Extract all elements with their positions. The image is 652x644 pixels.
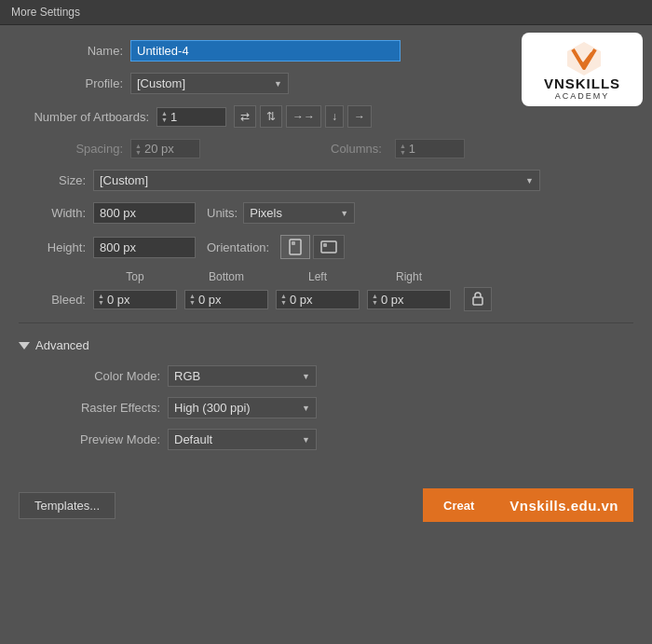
orientation-label: Orientation: (207, 240, 275, 254)
vnskills-banner: Vnskills.edu.vn (495, 488, 633, 522)
advanced-triangle-icon (19, 342, 30, 349)
templates-button[interactable]: Templates... (19, 492, 115, 519)
lock-icon (471, 291, 484, 306)
bleed-left-spin: ▲ ▼ 0 px (276, 290, 360, 309)
artboard-icons: ⇄ ⇅ →→ ↓ → (234, 105, 372, 128)
width-input[interactable] (93, 202, 196, 224)
spacing-value: 20 px (144, 142, 196, 156)
bleed-top-spin: ▲ ▼ 0 px (93, 290, 177, 309)
bleed-top-value: 0 px (107, 293, 172, 307)
name-input[interactable] (130, 40, 401, 62)
bleed-top-header: Top (93, 270, 177, 283)
size-row: Size: [Custom] (19, 170, 633, 191)
landscape-icon (320, 240, 337, 254)
color-mode-label: Color Mode: (19, 369, 168, 383)
size-label: Size: (19, 173, 93, 187)
bleed-bottom-header: Bottom (184, 270, 268, 283)
units-select-wrap: Pixels Inches Millimeters (243, 202, 355, 224)
bleed-inputs: ▲ ▼ 0 px ▲ ▼ 0 px ▲ ▼ (93, 287, 492, 311)
color-mode-row: Color Mode: RGB CMYK Grayscale (19, 365, 633, 387)
name-label: Name: (19, 44, 130, 58)
profile-select-wrap: [Custom] (130, 73, 289, 94)
title-bar: More Settings (0, 0, 652, 25)
columns-value: 1 (409, 142, 460, 156)
columns-label: Columns: (331, 142, 389, 156)
svg-rect-1 (290, 240, 301, 254)
logo-area: VNSKILLS ACADEMY (522, 33, 643, 106)
raster-effects-row: Raster Effects: High (300 ppi) Medium (1… (19, 397, 633, 418)
bleed-left-header: Left (276, 270, 360, 283)
logo-subtitle: ACADEMY (535, 91, 630, 101)
bleed-right-header: Right (367, 270, 451, 283)
artboards-arrows[interactable]: ▲ ▼ (161, 110, 168, 123)
landscape-button[interactable] (313, 235, 345, 259)
title-bar-label: More Settings (11, 6, 80, 19)
logo-icon (565, 40, 599, 74)
height-label: Height: (19, 240, 93, 254)
svg-marker-0 (567, 42, 601, 75)
bleed-bottom-down[interactable]: ▼ (189, 299, 196, 306)
bleed-label: Bleed: (19, 293, 93, 307)
bleed-top-up[interactable]: ▲ (98, 293, 104, 299)
preview-mode-row: Preview Mode: Default Pixel Overprint (19, 429, 633, 450)
bleed-right-down[interactable]: ▼ (372, 299, 378, 306)
bleed-lock-button[interactable] (464, 287, 492, 311)
spacing-up-arrow: ▲ (135, 143, 142, 149)
units-select[interactable]: Pixels Inches Millimeters (243, 202, 355, 224)
portrait-icon (288, 239, 303, 255)
artboards-row: Number of Artboards: ▲ ▼ 1 ⇄ ⇅ →→ ↓ → (19, 105, 633, 128)
rearrange2-button[interactable]: ⇅ (260, 105, 282, 128)
color-mode-select-wrap: RGB CMYK Grayscale (168, 365, 317, 387)
bleed-top-down[interactable]: ▼ (98, 299, 104, 306)
bleed-right-spin: ▲ ▼ 0 px (367, 290, 451, 309)
raster-select-wrap: High (300 ppi) Medium (150 ppi) Low (72 … (168, 397, 317, 418)
raster-effects-label: Raster Effects: (19, 401, 168, 415)
arrow-down-button[interactable]: ↓ (325, 105, 344, 128)
height-input[interactable] (93, 237, 196, 258)
bleed-right-value: 0 px (381, 293, 446, 307)
bleed-left-down[interactable]: ▼ (280, 299, 287, 306)
advanced-toggle[interactable]: Advanced (19, 335, 633, 356)
artboards-spin: ▲ ▼ 1 (156, 107, 226, 127)
divider (19, 322, 633, 323)
bleed-right-up[interactable]: ▲ (372, 293, 378, 299)
artboards-value: 1 (170, 110, 222, 124)
artboards-up-arrow[interactable]: ▲ (161, 110, 168, 116)
logo-title: VNSKILLS (535, 75, 630, 91)
svg-rect-5 (473, 297, 482, 305)
profile-select[interactable]: [Custom] (130, 73, 289, 94)
spacing-label: Spacing: (19, 142, 130, 156)
rearrange-button[interactable]: ⇄ (234, 105, 256, 128)
width-row: Width: Units: Pixels Inches Millimeters (19, 202, 633, 224)
preview-mode-select[interactable]: Default Pixel Overprint (168, 429, 317, 450)
columns-up-arrow: ▲ (400, 143, 406, 149)
color-mode-select[interactable]: RGB CMYK Grayscale (168, 365, 317, 387)
artboards-down-arrow[interactable]: ▼ (161, 116, 168, 123)
size-select[interactable]: [Custom] (93, 170, 540, 191)
create-button[interactable]: Creat (423, 488, 495, 522)
units-label: Units: (207, 206, 243, 220)
preview-mode-label: Preview Mode: (19, 432, 168, 446)
bleed-left-value: 0 px (290, 293, 355, 307)
bleed-row: Bleed: ▲ ▼ 0 px ▲ ▼ 0 px (19, 287, 633, 311)
raster-effects-select[interactable]: High (300 ppi) Medium (150 ppi) Low (72 … (168, 397, 317, 418)
portrait-button[interactable] (280, 235, 310, 259)
spacing-row: Spacing: ▲ ▼ 20 px Columns: ▲ ▼ 1 (19, 139, 633, 158)
advanced-section-label: Advanced (35, 338, 89, 352)
footer-right: Creat Vnskills.edu.vn (423, 488, 633, 522)
bleed-bottom-spin: ▲ ▼ 0 px (184, 290, 268, 309)
bleed-bottom-up[interactable]: ▲ (189, 293, 196, 299)
width-label: Width: (19, 206, 93, 220)
svg-rect-2 (292, 241, 295, 245)
vnskills-svg-icon (565, 40, 603, 77)
artboards-label: Number of Artboards: (19, 110, 156, 124)
footer: Templates... Creat Vnskills.edu.vn (0, 477, 652, 535)
spacing-down-arrow: ▼ (135, 149, 142, 156)
bleed-left-up[interactable]: ▲ (280, 293, 287, 299)
arrow-right2-button[interactable]: → (347, 105, 372, 128)
bleed-headers: Top Bottom Left Right (19, 270, 633, 283)
svg-rect-4 (323, 243, 327, 247)
columns-spin: ▲ ▼ 1 (395, 139, 465, 158)
arrow-right-button[interactable]: →→ (286, 105, 321, 128)
spacing-spin: ▲ ▼ 20 px (130, 139, 200, 158)
